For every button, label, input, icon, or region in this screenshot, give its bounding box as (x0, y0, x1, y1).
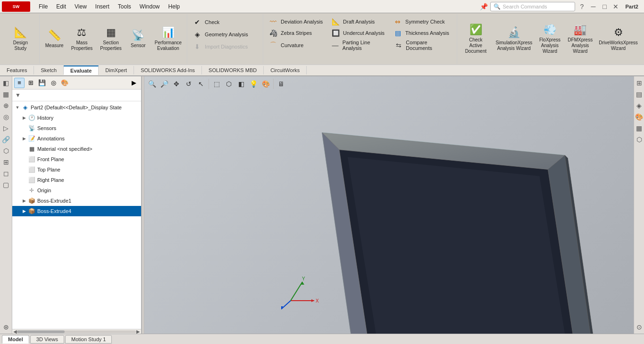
pin-icon[interactable]: 📌 (479, 2, 488, 11)
tree-right-plane[interactable]: ▶ ⬜ Right Plane (12, 175, 141, 185)
simulation-xpress-btn[interactable]: 🔬 SimulationXpressAnalysis Wizard (493, 16, 535, 62)
menu-insert[interactable]: Insert (92, 2, 113, 11)
symmetry-check-btn[interactable]: ⇔ Symmetry Check (390, 16, 452, 27)
vp-pan-btn[interactable]: ✥ (171, 78, 182, 90)
compare-documents-btn[interactable]: ⇆ Compare Documents (392, 39, 455, 52)
floxpress-btn[interactable]: 💨 FloXpressAnalysisWizard (536, 16, 564, 62)
tree-root[interactable]: ▼ ◈ Part2 (Default<<Default>_Display Sta… (12, 102, 141, 113)
menu-window[interactable]: Window (136, 2, 164, 11)
model-tab[interactable]: Model (2, 335, 29, 344)
tab-features[interactable]: Features (0, 66, 34, 74)
mass-properties-btn[interactable]: ⚖ MassProperties (68, 16, 96, 62)
right-icon-2[interactable]: ▤ (635, 90, 644, 99)
left-icon-10[interactable]: ▢ (1, 180, 11, 189)
geometry-analysis-btn[interactable]: ◈ Geometry Analysis (190, 28, 261, 41)
3d-views-tab[interactable]: 3D Views (30, 335, 64, 344)
tree-list-btn[interactable]: ≡ (14, 78, 25, 88)
curvature-btn[interactable]: ⌒ Curvature (266, 39, 327, 52)
vp-display-btn[interactable]: 🖥 (276, 78, 287, 90)
tree-target-btn[interactable]: ◎ (48, 78, 59, 88)
vp-section-btn[interactable]: ◧ (235, 78, 247, 90)
undercut-analysis-btn[interactable]: 🔲 Undercut Analysis (328, 27, 389, 39)
restore-icon[interactable]: □ (600, 2, 609, 11)
driveworks-btn[interactable]: ⚙ DriveWorksXpressWizard (596, 16, 640, 62)
vp-orient-btn[interactable]: ⬡ (223, 78, 234, 90)
left-icon-8[interactable]: ⊞ (1, 157, 11, 167)
performance-btn[interactable]: 📊 PerformanceEvaluation (151, 16, 185, 62)
vp-rotate-btn[interactable]: ↺ (183, 78, 194, 90)
design-study-btn[interactable]: 📐 Design Study (4, 16, 37, 62)
tree-boss-extrude1[interactable]: ▶ 📦 Boss-Extrude1 (12, 196, 141, 206)
scroll-left-btn[interactable]: ◀ (13, 329, 17, 334)
menu-file[interactable]: File (35, 2, 51, 11)
sensor-btn[interactable]: 📡 Sensor (126, 16, 151, 62)
menu-edit[interactable]: Edit (52, 2, 70, 11)
left-icon-bottom[interactable]: ⊛ (1, 322, 11, 332)
check-btn[interactable]: ✔ Check (190, 16, 261, 28)
tree-top-plane[interactable]: ▶ ⬜ Top Plane (12, 164, 141, 175)
vp-select-btn[interactable]: ↖ (195, 78, 207, 90)
left-icon-3[interactable]: ⊕ (1, 101, 11, 110)
vp-zoom-fit-btn[interactable]: 🔍 (146, 78, 158, 90)
tab-sketch[interactable]: Sketch (34, 66, 64, 74)
draft-analysis-btn[interactable]: 📐 Draft Analysis (328, 16, 389, 27)
left-icon-4[interactable]: ◎ (1, 112, 11, 122)
tree-save-btn[interactable]: 💾 (37, 78, 47, 88)
left-icon-1[interactable]: ◧ (1, 78, 11, 88)
left-icon-5[interactable]: ▷ (1, 123, 11, 133)
section-properties-btn[interactable]: ▦ SectionProperties (97, 16, 125, 62)
tree-annotations[interactable]: ▶ 📝 Annotations (12, 133, 141, 144)
front-plane-label: Front Plane (37, 156, 64, 162)
analysis-row-3: ⌒ Curvature — Parting Line Analysis ⇆ Co… (266, 39, 455, 52)
vp-appearance-btn[interactable]: 🎨 (260, 78, 271, 90)
tab-evaluate[interactable]: Evaluate (64, 66, 99, 75)
tree-material[interactable]: ▶ ▦ Material <not specified> (12, 144, 141, 154)
right-icon-5[interactable]: ▦ (635, 123, 644, 133)
menu-view[interactable]: View (71, 2, 91, 11)
motion-study-tab[interactable]: Motion Study 1 (65, 335, 112, 344)
minimize-icon[interactable]: ─ (588, 2, 598, 11)
measure-btn[interactable]: 📏 Measure (42, 16, 67, 62)
right-icon-1[interactable]: ⊞ (635, 78, 644, 88)
right-icon-4[interactable]: 🎨 (635, 112, 644, 122)
thickness-analysis-btn[interactable]: ▤ Thickness Analysis (390, 27, 452, 39)
tree-history[interactable]: ▶ 🕐 History (12, 113, 141, 123)
tree-front-plane[interactable]: ▶ ⬜ Front Plane (12, 154, 141, 164)
tab-dimxpert[interactable]: DimXpert (99, 66, 134, 74)
menu-tools[interactable]: Tools (114, 2, 135, 11)
right-icon-6[interactable]: ⬡ (635, 135, 644, 144)
parting-line-btn[interactable]: — Parting Line Analysis (328, 39, 391, 52)
tab-addins[interactable]: SOLIDWORKS Add-Ins (134, 66, 202, 74)
viewport[interactable]: 🔍 🔎 ✥ ↺ ↖ ⬚ ⬡ ◧ 💡 🎨 🖥 (144, 76, 634, 334)
right-icon-bottom[interactable]: ⊙ (635, 322, 644, 332)
tab-circuitworks[interactable]: CircuitWorks (264, 66, 307, 74)
deviation-analysis-btn[interactable]: 〰 Deviation Analysis (266, 16, 327, 27)
dfmxpress-btn[interactable]: 🏭 DFMXpressAnalysisWizard (565, 16, 596, 62)
left-icon-6[interactable]: 🔗 (1, 135, 11, 144)
zebra-icon: 🦓 (268, 28, 278, 38)
left-icon-7[interactable]: ⬡ (1, 146, 11, 156)
menu-help[interactable]: Help (165, 2, 184, 11)
tree-color-btn[interactable]: 🎨 (59, 78, 70, 88)
undercut-label: Undercut Analysis (343, 30, 385, 36)
driveworks-icon: ⚙ (614, 26, 623, 39)
scroll-right-btn[interactable]: ▶ (136, 329, 140, 334)
zebra-stripes-btn[interactable]: 🦓 Zebra Stripes (266, 27, 327, 39)
right-icon-3[interactable]: ◈ (635, 101, 644, 110)
tab-mbd[interactable]: SOLIDWORKS MBD (202, 66, 264, 74)
vp-light-btn[interactable]: 💡 (248, 78, 259, 90)
vp-zoom-btn[interactable]: 🔎 (159, 78, 170, 90)
check-active-btn[interactable]: ✅ Check ActiveDocument (460, 16, 492, 62)
left-icon-2[interactable]: ▦ (1, 90, 11, 99)
tree-scrollbar[interactable]: ◀ ▶ (12, 329, 141, 334)
tree-properties-btn[interactable]: ⊞ (25, 78, 36, 88)
search-placeholder[interactable]: Search Commands (502, 4, 547, 9)
help-icon[interactable]: ? (577, 2, 586, 11)
tree-sensors[interactable]: ▶ 📡 Sensors (12, 123, 141, 133)
left-icon-9[interactable]: ◻ (1, 169, 11, 178)
tree-boss-extrude4[interactable]: ▶ 📦 Boss-Extrude4 (12, 206, 141, 216)
tree-origin[interactable]: ▶ ✛ Origin (12, 185, 141, 196)
vp-view-btn[interactable]: ⬚ (211, 78, 222, 90)
close-icon[interactable]: ✕ (611, 2, 620, 11)
tree-expand-btn[interactable]: ▶ (129, 78, 139, 88)
